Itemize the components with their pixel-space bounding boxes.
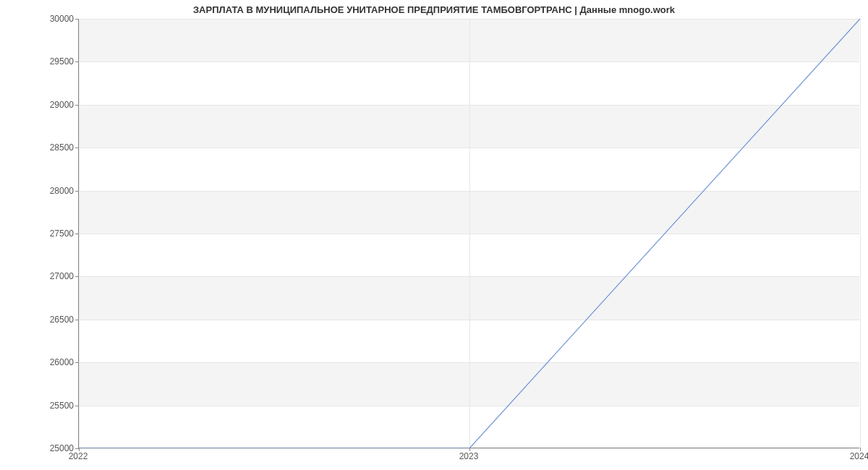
gridline-vertical: [860, 19, 861, 448]
y-tick-label: 29500: [9, 56, 74, 67]
y-tick-label: 27000: [9, 271, 74, 281]
x-tick-label: 2024: [850, 451, 868, 461]
x-tick-label: 2023: [459, 451, 479, 461]
y-tick-label: 29000: [9, 100, 74, 110]
y-tick-label: 30000: [9, 14, 74, 24]
chart-title: ЗАРПЛАТА В МУНИЦИПАЛЬНОЕ УНИТАРНОЕ ПРЕДП…: [0, 4, 868, 15]
x-tick-label: 2022: [69, 451, 88, 461]
y-tick-label: 26500: [9, 315, 74, 325]
y-tick-label: 25000: [9, 443, 74, 453]
y-tick-label: 28500: [9, 142, 74, 153]
plot-area: [78, 19, 859, 448]
chart-container: ЗАРПЛАТА В МУНИЦИПАЛЬНОЕ УНИТАРНОЕ ПРЕДП…: [0, 0, 868, 470]
y-tick-label: 26000: [9, 357, 74, 367]
line-series: [79, 19, 860, 448]
y-tick-label: 28000: [9, 186, 74, 196]
chart-series-layer: [79, 19, 860, 448]
y-tick-label: 27500: [9, 228, 74, 239]
y-tick-label: 25500: [9, 401, 74, 411]
